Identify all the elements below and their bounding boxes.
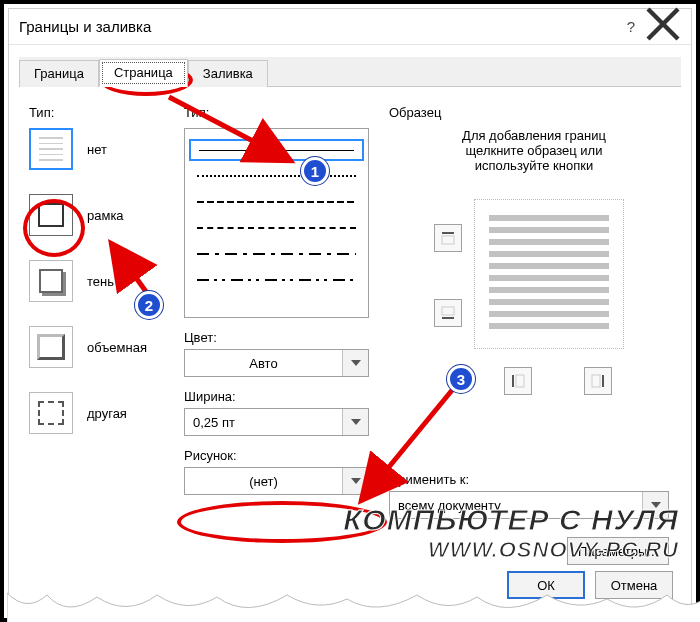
setting-shadow[interactable]: тень	[29, 260, 169, 302]
svg-rect-5	[442, 307, 454, 315]
linestyle-listbox[interactable]	[184, 128, 369, 318]
setting-shadow-icon	[29, 260, 73, 302]
svg-rect-7	[516, 375, 524, 387]
setting-none-icon	[29, 128, 73, 170]
border-right-button[interactable]	[584, 367, 612, 395]
chevron-down-icon	[642, 492, 668, 518]
setting-frame-icon	[29, 194, 73, 236]
svg-rect-6	[512, 375, 514, 387]
width-combo[interactable]: 0,25 пт	[184, 408, 369, 436]
dialog-title: Границы и заливка	[19, 18, 617, 35]
setting-volume[interactable]: объемная	[29, 326, 169, 368]
width-label: Ширина:	[184, 389, 374, 404]
setting-frame-label: рамка	[87, 208, 124, 223]
close-button[interactable]	[645, 6, 681, 47]
tab-fill[interactable]: Заливка	[188, 60, 268, 87]
linestyle-dash-dot[interactable]	[189, 243, 364, 265]
linestyle-dash-dot-dot[interactable]	[189, 269, 364, 291]
border-bottom-button[interactable]	[434, 299, 462, 327]
linestyle-dotted[interactable]	[189, 165, 364, 187]
picture-combo-value: (нет)	[185, 474, 342, 489]
dialog-content: Тип: нет рамка тень объемная	[9, 87, 691, 613]
screenshot-frame: Границы и заливка ? Граница Страница Зал…	[0, 0, 700, 622]
setting-art-icon	[29, 392, 73, 434]
svg-rect-4	[442, 317, 454, 319]
apply-combo[interactable]: всему документу	[389, 491, 669, 519]
sample-area	[404, 189, 664, 369]
chevron-down-icon	[342, 350, 368, 376]
apply-combo-value: всему документу	[390, 498, 642, 513]
svg-rect-3	[442, 236, 454, 244]
sample-column: Образец Для добавления границ щелкните о…	[389, 105, 679, 369]
setting-label: Тип:	[29, 105, 169, 120]
border-right-icon	[590, 373, 606, 389]
borders-shading-dialog: Границы и заливка ? Граница Страница Зал…	[8, 8, 692, 614]
color-combo[interactable]: Авто	[184, 349, 369, 377]
page-preview[interactable]	[474, 199, 624, 349]
sample-hint: Для добавления границ щелкните образец и…	[389, 128, 679, 173]
ok-button[interactable]: ОК	[507, 571, 585, 599]
tabbar: Граница Страница Заливка	[19, 57, 681, 87]
chevron-down-icon	[342, 468, 368, 494]
picture-label: Рисунок:	[184, 448, 374, 463]
border-top-icon	[440, 230, 456, 246]
linestyle-label: Тип:	[184, 105, 374, 120]
border-bottom-icon	[440, 305, 456, 321]
setting-frame[interactable]: рамка	[29, 194, 169, 236]
setting-art[interactable]: другая	[29, 392, 169, 434]
setting-none-label: нет	[87, 142, 107, 157]
linestyle-dash-wide[interactable]	[189, 191, 364, 213]
color-label: Цвет:	[184, 330, 374, 345]
setting-shadow-label: тень	[87, 274, 114, 289]
titlebar: Границы и заливка ?	[9, 9, 691, 45]
border-left-icon	[510, 373, 526, 389]
sample-label: Образец	[389, 105, 679, 120]
tab-page[interactable]: Страница	[99, 59, 188, 87]
tab-border[interactable]: Граница	[19, 60, 99, 87]
chevron-down-icon	[342, 409, 368, 435]
cancel-button[interactable]: Отмена	[595, 571, 673, 599]
apply-label: Применить к:	[389, 472, 679, 487]
linestyle-dashed[interactable]	[189, 217, 364, 239]
setting-volume-label: объемная	[87, 340, 147, 355]
svg-rect-8	[602, 375, 604, 387]
close-icon	[645, 6, 681, 42]
setting-volume-icon	[29, 326, 73, 368]
border-top-button[interactable]	[434, 224, 462, 252]
color-combo-value: Авто	[185, 356, 342, 371]
help-button[interactable]: ?	[617, 18, 645, 35]
width-combo-value: 0,25 пт	[185, 415, 342, 430]
picture-combo[interactable]: (нет)	[184, 467, 369, 495]
dialog-footer: ОК Отмена	[507, 571, 673, 599]
svg-rect-9	[592, 375, 600, 387]
setting-art-label: другая	[87, 406, 127, 421]
parameters-button[interactable]: Параметры...	[567, 537, 669, 565]
border-left-button[interactable]	[504, 367, 532, 395]
setting-none[interactable]: нет	[29, 128, 169, 170]
svg-rect-2	[442, 232, 454, 234]
setting-column: Тип: нет рамка тень объемная	[29, 105, 169, 458]
linestyle-solid[interactable]	[189, 139, 364, 161]
style-column: Тип: Цвет: Авто Ширина: 0,25 пт Рисунок:	[184, 105, 374, 495]
apply-area: Применить к: всему документу	[389, 472, 679, 519]
